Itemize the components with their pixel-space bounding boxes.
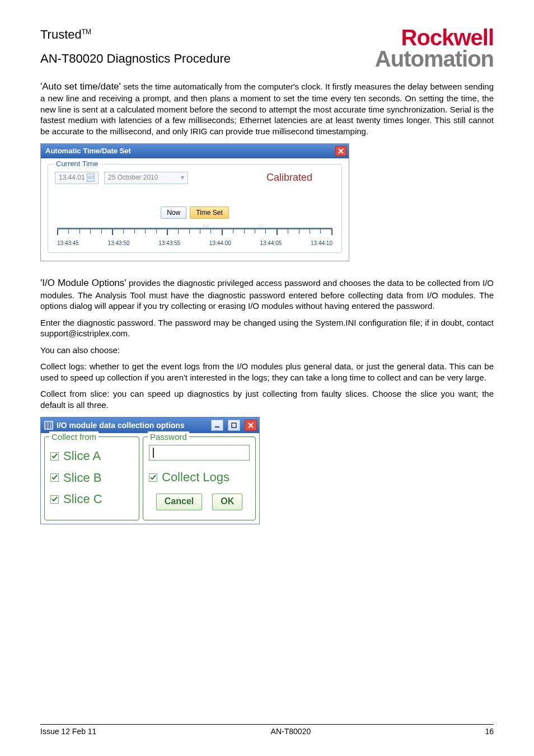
text-caret-icon: [153, 448, 154, 458]
timeline-ticks: [57, 229, 332, 235]
checkbox-icon: [50, 473, 59, 482]
spinner-buttons[interactable]: [87, 173, 95, 182]
tick-label: 13:44:10: [311, 240, 332, 247]
collect-logs-text: Collect logs: whether to get the event l…: [40, 361, 494, 382]
time-set-button-label: Time Set: [196, 209, 223, 218]
time-value: 13.44.01: [59, 173, 85, 182]
slice-c-checkbox-row[interactable]: Slice C: [50, 491, 133, 508]
collect-slice-text: Collect from slice: you can speed up dia…: [40, 389, 494, 410]
chevron-down-icon: ▾: [181, 173, 184, 182]
io-options-heading: 'I/O Module Options': [40, 278, 127, 288]
minimize-button[interactable]: [211, 420, 223, 431]
dialog-titlebar[interactable]: Automatic Time/Date Set: [41, 144, 349, 158]
collect-from-group: Collect from Slice A Slice B Slice C: [44, 436, 139, 520]
slice-c-label: Slice C: [63, 491, 102, 508]
checkbox-icon: [50, 452, 59, 461]
tick-label: 13:43:55: [158, 240, 209, 247]
auto-set-heading: 'Auto set time/date': [40, 81, 121, 92]
time-spinner[interactable]: 13.44.01: [55, 172, 99, 184]
slice-a-label: Slice A: [63, 448, 101, 464]
minimize-icon: [214, 422, 220, 428]
footer-left: Issue 12 Feb 11: [40, 727, 96, 736]
close-icon: [338, 148, 344, 154]
footer-right: 16: [485, 727, 494, 736]
svg-rect-1: [48, 422, 50, 429]
dialog-title: Automatic Time/Date Set: [45, 147, 131, 156]
slice-b-checkbox-row[interactable]: Slice B: [50, 470, 133, 486]
tick-label: 13:43:50: [108, 240, 159, 247]
svg-rect-3: [215, 426, 219, 428]
current-time-legend: Current Time: [54, 159, 100, 169]
time-set-button[interactable]: Time Set: [190, 206, 229, 219]
collect-logs-paragraph: Collect logs: whether to get the event l…: [40, 361, 494, 383]
io-dialog-titlebar[interactable]: I/O module data collection options: [41, 417, 259, 433]
logo-top: Rockwell: [375, 27, 494, 48]
current-time-group: Current Time 13.44.01 25 October 2010 ▾ …: [48, 164, 342, 253]
maximize-icon: [231, 422, 237, 428]
now-button-label: Now: [167, 209, 180, 218]
slice-a-checkbox-row[interactable]: Slice A: [50, 448, 133, 464]
timeline-labels: 13:43:45 13:43:50 13:43:55 13:44:00 13:4…: [57, 240, 332, 247]
tick-label: 13:43:45: [57, 240, 108, 247]
password-input[interactable]: [149, 445, 250, 461]
collect-logs-checkbox-row[interactable]: Collect Logs: [149, 469, 250, 486]
password-legend: Password: [148, 431, 189, 443]
collect-logs-label: Collect Logs: [162, 469, 229, 486]
rockwell-logo: Rockwell Automation: [375, 27, 494, 69]
ok-label: OK: [221, 496, 234, 508]
password-paragraph: Enter the diagnostic password. The passw…: [40, 317, 494, 339]
ok-button[interactable]: OK: [212, 494, 242, 510]
collect-from-legend: Collect from: [49, 431, 99, 443]
io-options-paragraph: 'I/O Module Options' provides the diagno…: [40, 277, 494, 311]
app-icon: [44, 421, 53, 430]
tick-label: 13:44:05: [260, 240, 311, 247]
tick-label: 13:44:00: [209, 240, 260, 247]
svg-rect-2: [51, 422, 52, 429]
io-close-button[interactable]: [245, 420, 257, 431]
collect-slice-paragraph: Collect from slice: you can speed up dia…: [40, 388, 494, 410]
footer-center: AN-T80020: [271, 727, 311, 736]
page-footer: Issue 12 Feb 11 AN-T80020 16: [40, 724, 494, 736]
slice-b-label: Slice B: [63, 470, 101, 486]
cancel-button[interactable]: Cancel: [156, 494, 202, 510]
io-options-dialog: I/O module data collection options Colle…: [40, 417, 260, 524]
calibrated-label: Calibrated: [266, 171, 335, 184]
svg-rect-4: [232, 423, 236, 428]
close-button[interactable]: [335, 146, 346, 156]
checkbox-icon: [149, 473, 157, 482]
maximize-button[interactable]: [228, 420, 240, 431]
auto-set-paragraph: 'Auto set time/date' sets the time autom…: [40, 81, 494, 137]
checkbox-icon: [50, 495, 59, 504]
logo-bottom: Automation: [375, 48, 494, 69]
choose-paragraph: You can also choose:: [40, 345, 494, 356]
cancel-label: Cancel: [165, 496, 194, 508]
now-button[interactable]: Now: [161, 206, 186, 219]
brand-line: TrustedTM: [40, 27, 231, 43]
brand-tm: TM: [82, 28, 91, 36]
password-group: Password Collect Logs Cancel OK: [143, 436, 256, 520]
date-picker[interactable]: 25 October 2010 ▾: [104, 172, 188, 184]
svg-rect-0: [45, 422, 48, 429]
doc-subtitle: AN-T80020 Diagnostics Procedure: [40, 51, 231, 67]
page-header: TrustedTM AN-T80020 Diagnostics Procedur…: [40, 27, 494, 69]
date-value: 25 October 2010: [108, 173, 158, 182]
io-dialog-title: I/O module data collection options: [57, 420, 185, 430]
brand-name: Trusted: [40, 27, 82, 41]
close-icon: [248, 422, 254, 428]
timeline: 13:43:45 13:43:50 13:43:55 13:44:00 13:4…: [57, 223, 332, 247]
auto-time-date-dialog: Automatic Time/Date Set Current Time 13.…: [40, 143, 349, 261]
